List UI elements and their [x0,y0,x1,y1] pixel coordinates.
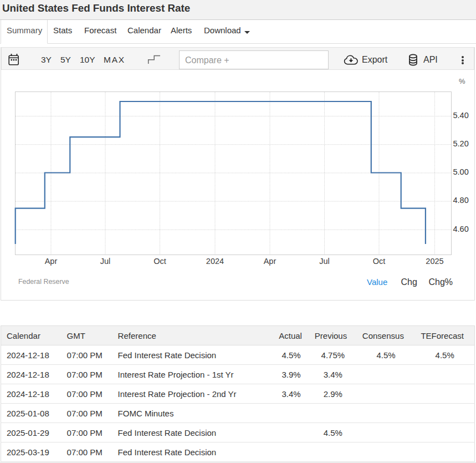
svg-text:5.00: 5.00 [453,167,469,176]
svg-text:Jul: Jul [319,257,330,266]
svg-text:Oct: Oct [373,257,386,266]
svg-text:Apr: Apr [45,257,58,266]
svg-text:5.20: 5.20 [453,139,469,148]
svg-text:Jul: Jul [100,257,111,266]
svg-text:Oct: Oct [153,257,166,266]
svg-text:2024: 2024 [206,257,224,266]
svg-text:4.80: 4.80 [453,196,469,205]
svg-text:5.40: 5.40 [453,111,469,120]
svg-text:2025: 2025 [426,257,443,266]
svg-text:%: % [459,77,465,85]
svg-text:4.60: 4.60 [453,225,469,233]
svg-text:Apr: Apr [264,257,277,266]
